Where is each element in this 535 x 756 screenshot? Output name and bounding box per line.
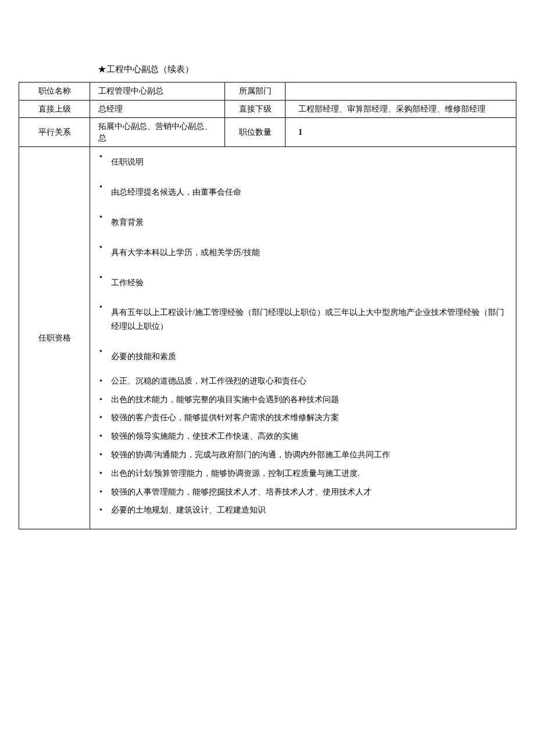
page-title: ★工程中心副总（续表） <box>98 64 516 75</box>
list-item: 工作经验 <box>95 268 510 298</box>
table-row: 直接上级 总经理 直接下级 工程部经理、审算部经理、采购部经理、维修部经理 <box>19 100 516 118</box>
table-row: 平行关系 拓展中心副总、营销中心副总、总 职位数量 1 <box>19 118 516 147</box>
list-item: 必要的土地规划、建筑设计、工程建造知识 <box>95 501 510 519</box>
value-parallel-relation: 拓展中心副总、营销中心副总、总 <box>90 118 225 147</box>
label-direct-superior: 直接上级 <box>19 100 90 118</box>
list-item: 任职说明 <box>95 147 510 177</box>
table-row: 任职资格 任职说明由总经理提名候选人，由董事会任命教育背景具有大学本科以上学历，… <box>19 147 516 529</box>
list-item: 具有五年以上工程设计/施工管理经验（部门经理以上职位）或三年以上大中型房地产企业… <box>95 298 510 342</box>
job-spec-table: 职位名称 工程管理中心副总 所属部门 直接上级 总经理 直接下级 工程部经理、审… <box>19 82 516 529</box>
list-item: 出色的技术能力，能够完整的项目实施中会遇到的各种技术问题 <box>95 390 510 409</box>
list-item: 由总经理提名候选人，由董事会任命 <box>95 177 510 207</box>
list-item: 公正、沉稳的道德品质，对工作强烈的进取心和责任心 <box>95 372 510 390</box>
list-item: 较强的客户责任心，能够提供针对客户需求的技术维修解决方案 <box>95 409 510 427</box>
value-position-name: 工程管理中心副总 <box>90 83 225 101</box>
label-parallel-relation: 平行关系 <box>19 118 90 147</box>
list-item: 具有大学本科以上学历，或相关学历/技能 <box>95 238 510 268</box>
label-department: 所属部门 <box>225 83 286 101</box>
list-item: 必要的技能和素质 <box>95 342 510 372</box>
label-qualification: 任职资格 <box>19 147 90 529</box>
label-position-count: 职位数量 <box>225 118 286 147</box>
list-item: 出色的计划/预算管理能力，能够协调资源，控制工程质量与施工进度. <box>95 464 510 483</box>
value-position-count: 1 <box>286 118 516 147</box>
qualification-list: 任职说明由总经理提名候选人，由董事会任命教育背景具有大学本科以上学历，或相关学历… <box>95 147 510 519</box>
list-item: 较强的协调/沟通能力，完成与政府部门的沟通，协调内外部施工单位共同工作 <box>95 446 510 464</box>
list-item: 较强的人事管理能力，能够挖掘技术人才、培养技术人才、使用技术人才 <box>95 483 510 501</box>
table-row: 职位名称 工程管理中心副总 所属部门 <box>19 83 516 101</box>
value-direct-superior: 总经理 <box>90 100 225 118</box>
value-direct-subordinate: 工程部经理、审算部经理、采购部经理、维修部经理 <box>286 100 516 118</box>
list-item: 较强的领导实施能力，使技术工作快速、高效的实施 <box>95 427 510 446</box>
value-department <box>286 83 516 101</box>
label-position-name: 职位名称 <box>19 83 90 101</box>
qualification-body: 任职说明由总经理提名候选人，由董事会任命教育背景具有大学本科以上学历，或相关学历… <box>90 147 516 529</box>
list-item: 教育背景 <box>95 207 510 238</box>
label-direct-subordinate: 直接下级 <box>225 100 286 118</box>
